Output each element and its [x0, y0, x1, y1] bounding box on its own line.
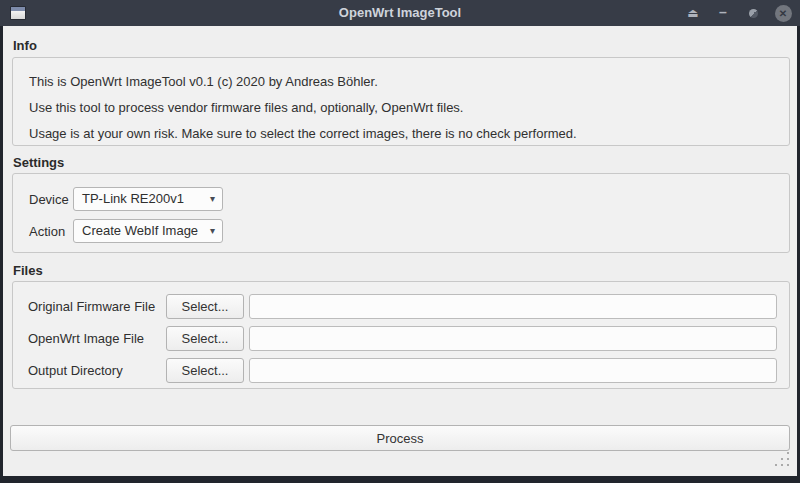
info-section-title: Info: [13, 38, 37, 53]
titlebar-buttons: ⏏ – ✕: [684, 0, 792, 26]
settings-section-title: Settings: [13, 155, 64, 170]
original-firmware-file-label: Original Firmware File: [28, 294, 155, 319]
app-window: OpenWrt ImageTool ⏏ – ✕ Info This is Ope…: [0, 0, 800, 483]
device-combobox-value: TP-Link RE200v1: [82, 188, 210, 210]
settings-groupbox: Device TP-Link RE200v1 ▾ Action Create W…: [12, 173, 790, 253]
files-groupbox: Original Firmware File Select... OpenWrt…: [12, 281, 790, 389]
output-directory-input[interactable]: [249, 358, 777, 383]
minimize-button[interactable]: –: [714, 4, 732, 22]
minimize-icon: –: [719, 4, 727, 20]
output-directory-select-button[interactable]: Select...: [166, 358, 244, 383]
chevron-down-icon: ▾: [210, 188, 222, 210]
action-combobox-value: Create WebIf Image: [82, 220, 210, 242]
info-line-3: Usage is at your own risk. Make sure to …: [29, 121, 773, 147]
process-button[interactable]: Process: [10, 425, 790, 451]
close-button[interactable]: ✕: [774, 4, 792, 22]
info-groupbox: This is OpenWrt ImageTool v0.1 (c) 2020 …: [12, 57, 790, 146]
titlebar[interactable]: OpenWrt ImageTool ⏏ – ✕: [0, 0, 800, 26]
openwrt-image-file-label: OpenWrt Image File: [28, 326, 144, 351]
maximize-button[interactable]: [744, 4, 762, 22]
window-content: Info This is OpenWrt ImageTool v0.1 (c) …: [3, 26, 797, 476]
info-line-1: This is OpenWrt ImageTool v0.1 (c) 2020 …: [29, 69, 773, 95]
openwrt-image-select-button[interactable]: Select...: [166, 326, 244, 351]
chevron-down-icon: ▾: [210, 220, 222, 242]
openwrt-image-file-input[interactable]: [249, 326, 777, 351]
window-title: OpenWrt ImageTool: [0, 0, 800, 26]
maximize-icon: [749, 9, 758, 18]
files-section-title: Files: [13, 263, 43, 278]
shade-icon: ⏏: [687, 7, 698, 19]
device-label: Device: [29, 187, 69, 212]
original-firmware-select-button[interactable]: Select...: [166, 294, 244, 319]
output-directory-label: Output Directory: [28, 358, 123, 383]
resize-grip[interactable]: [787, 452, 789, 454]
shade-button[interactable]: ⏏: [684, 4, 702, 22]
info-line-2: Use this tool to process vendor firmware…: [29, 95, 773, 121]
original-firmware-file-input[interactable]: [249, 294, 777, 319]
action-label: Action: [29, 219, 65, 244]
device-combobox[interactable]: TP-Link RE200v1 ▾: [73, 187, 223, 211]
close-icon: ✕: [775, 5, 792, 22]
action-combobox[interactable]: Create WebIf Image ▾: [73, 219, 223, 243]
